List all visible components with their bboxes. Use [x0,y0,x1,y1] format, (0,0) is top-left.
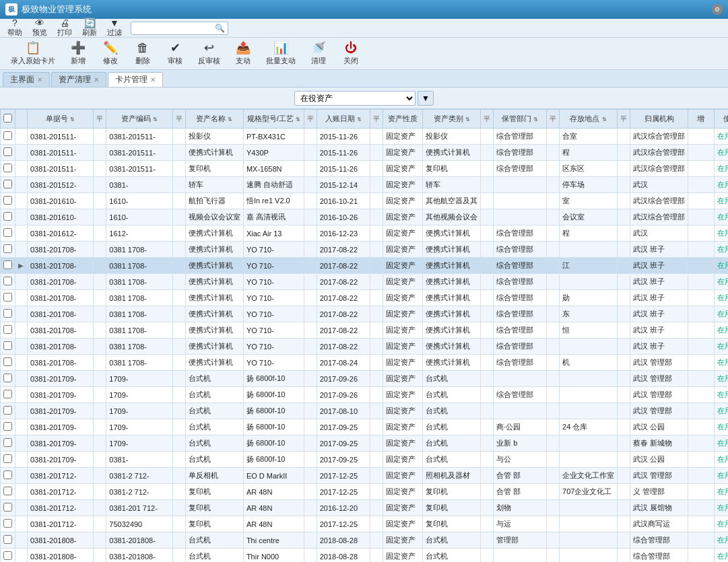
tab-main[interactable]: 主界面 ✕ [3,72,50,87]
table-row[interactable]: 0381-201511-0381-201511-复印机MX-1658N2015-… [1,161,729,177]
table-row[interactable]: 0381-201709-1709-台式机扬 6800f-102017-08-10… [1,403,729,419]
row-checkbox[interactable] [3,470,12,479]
table-row[interactable]: 0381-201610-1610-视频会议会议室嘉 高清视讯2016-10-26… [1,209,729,225]
search-input[interactable] [134,24,215,32]
row-checkbox[interactable] [3,228,12,237]
table-row[interactable]: 0381-201808-0381-201808-台式机Thi centre201… [1,532,729,549]
table-cell: 台式机 [185,419,243,435]
table-row[interactable]: 0381-201511-0381-201511-便携式计算机Y430P2015-… [1,145,729,161]
settings-icon[interactable]: ⚙ [712,4,723,15]
menu-help[interactable]: ? 帮助 [3,17,27,39]
btn-unapprove[interactable]: ↩ 反审核 [193,39,226,68]
row-checkbox[interactable] [3,406,12,415]
table-row[interactable]: 0381-201709-1709-台式机扬 6800f-102017-09-25… [1,419,729,435]
tab-card-mgmt[interactable]: 卡片管理 ✕ [108,72,163,87]
row-checkbox[interactable] [3,438,12,447]
menu-print[interactable]: 🖨 打印 [53,17,77,39]
table-row[interactable]: 0381-201708-0381 1708-便携式计算机YO 710-2017-… [1,274,729,290]
btn-add[interactable]: ➕ 新增 [63,39,93,68]
col-header-dept[interactable]: 保管部门 ⇅ [494,110,547,129]
table-container[interactable]: 单据号 ⇅ 平 资产编码 ⇅ 平 资产名称 ⇅ 规格型号/工艺 ⇅ 平 入账日期… [0,109,728,562]
row-checkbox[interactable] [3,374,12,382]
btn-edit[interactable]: ✏️ 修改 [96,39,125,68]
col-header-category[interactable]: 资产类别 ⇅ [423,110,481,129]
col-header-assetcode[interactable]: 资产编码 ⇅ [106,110,173,129]
row-checkbox[interactable] [3,244,12,253]
add-icon: ➕ [71,41,86,56]
row-checkbox[interactable] [3,325,12,334]
table-row[interactable]: 0381-201709-1709-台式机扬 6800f-102017-09-25… [1,435,729,452]
table-row[interactable]: 0381-201708-0381 1708-便携式计算机YO 710-2017-… [1,322,729,339]
table-cell: 武汉综合管理部 [630,209,688,225]
btn-batch-transfer[interactable]: 📊 批量支动 [261,39,301,68]
table-row[interactable]: 0381-201708-0381 1708-便携式计算机YO 710-2017-… [1,290,729,306]
table-row[interactable]: 0381-201709-1709-台式机扬 6800f-102017-09-26… [1,371,729,387]
row-checkbox[interactable] [3,357,12,366]
table-cell [94,225,106,242]
row-checkbox[interactable] [3,309,12,318]
table-row[interactable]: 0381-201612-1612-便携式计算机Xiac Air 132016-1… [1,225,729,242]
col-header-assetname[interactable]: 资产名称 ⇅ [185,110,243,129]
row-checkbox[interactable] [3,519,12,528]
row-checkbox[interactable] [3,551,12,560]
row-checkbox[interactable] [3,277,12,285]
row-checkbox[interactable] [3,196,12,205]
btn-close[interactable]: ⏻ 关闭 [336,39,366,68]
btn-clean[interactable]: 🚿 清理 [304,39,333,68]
btn-import-card[interactable]: 📋 录入原始卡片 [5,39,61,68]
row-checkbox[interactable] [3,422,12,431]
row-checkbox[interactable] [3,164,12,172]
col-header-date[interactable]: 入账日期 ⇅ [317,110,370,129]
row-checkbox[interactable] [3,535,12,544]
table-row[interactable]: 0381-201808-0381-201808-台式机Thir N0002018… [1,549,729,563]
btn-transfer[interactable]: 📤 支动 [228,39,258,68]
row-checkbox[interactable] [3,180,12,188]
row-checkbox[interactable] [3,147,12,156]
row-checkbox[interactable] [3,260,12,269]
row-checkbox[interactable] [3,341,12,350]
tab-asset-clean[interactable]: 资产清理 ✕ [51,72,106,87]
table-cell: 24 仓库 [560,419,618,435]
table-row[interactable]: 0381-201709-0381-台式机扬 6800f-102017-09-25… [1,452,729,468]
row-checkbox[interactable] [3,503,12,512]
row-checkbox[interactable] [3,212,12,221]
table-row[interactable]: 0381-201708-0381 1708-便携式计算机YO 710-2017-… [1,306,729,322]
col-header-model[interactable]: 规格型号/工艺 ⇅ [243,110,304,129]
table-row[interactable]: 0381-201708-0381 1708-便携式计算机YO 710-2017-… [1,242,729,258]
btn-approve[interactable]: ✔ 审核 [160,39,190,68]
col-header-org[interactable]: 归属机构 [630,110,688,129]
table-row[interactable]: 0381-201512-0381-轿车速腾 自动舒适2015-12-14固定资产… [1,177,729,193]
table-row[interactable]: ▶0381-201708-0381 1708-便携式计算机YO 710-2017… [1,258,729,274]
btn-delete[interactable]: 🗑 删除 [128,39,158,68]
table-row[interactable]: 0381-201610-1610-航拍飞行器悟In re1 V2.02016-1… [1,193,729,209]
col-header-nature[interactable]: 资产性质 [383,110,422,129]
tab-main-close[interactable]: ✕ [37,76,42,83]
table-row[interactable]: 0381-201712-75032490复印机AR 48N2017-12-25固… [1,516,729,532]
row-checkbox[interactable] [3,454,12,463]
row-checkbox[interactable] [3,487,12,495]
col-header-docno[interactable]: 单据号 ⇅ [27,110,93,129]
table-row[interactable]: 0381-201708-0381 1708-便携式计算机YO 710-2017-… [1,355,729,371]
search-box[interactable]: 🔍 [131,22,228,35]
row-checkbox[interactable] [3,390,12,398]
tab-card-mgmt-close[interactable]: ✕ [150,76,156,83]
select-all-checkbox[interactable] [3,114,12,122]
table-cell: 其他视频会议会 [423,209,481,225]
filter-select[interactable]: 在役资产 全部资产 已报废资产 已转让资产 [294,91,416,106]
menu-refresh[interactable]: 🔄 刷新 [77,17,102,39]
tab-asset-clean-close[interactable]: ✕ [94,76,99,83]
table-row[interactable]: 0381-201712-0381-2 712-单反相机EO D MarkII20… [1,468,729,484]
col-header-location[interactable]: 存放地点 ⇅ [560,110,618,129]
filter-dropdown-btn[interactable]: ▼ [418,91,434,106]
table-row[interactable]: 0381-201712-0381-201 712-复印机AR 48N2016-1… [1,500,729,516]
table-cell [15,468,28,484]
row-checkbox[interactable] [3,293,12,302]
table-row[interactable]: 0381-201511-0381-201511-投影仪PT-BX431C2015… [1,129,729,145]
row-checkbox[interactable] [3,131,12,140]
table-row[interactable]: 0381-201708-0381 1708-便携式计算机YO 710-2017-… [1,339,729,355]
menu-filter[interactable]: ▼ 过滤 [102,17,127,39]
col-header-check[interactable] [1,110,15,129]
table-row[interactable]: 0381-201709-1709-台式机扬 6800f-102017-09-26… [1,387,729,403]
table-row[interactable]: 0381-201712-0381-2 712-复印机AR 48N2017-12-… [1,484,729,500]
menu-preview[interactable]: 👁 预览 [28,17,52,39]
